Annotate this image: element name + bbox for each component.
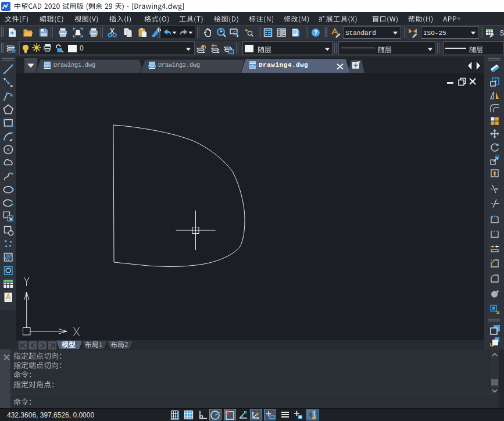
svg-text:DWG: DWG: [148, 65, 155, 68]
svg-text:DWG: DWG: [249, 64, 256, 67]
svg-text:DWG: DWG: [44, 65, 51, 68]
svg-text:?: ?: [314, 30, 317, 36]
